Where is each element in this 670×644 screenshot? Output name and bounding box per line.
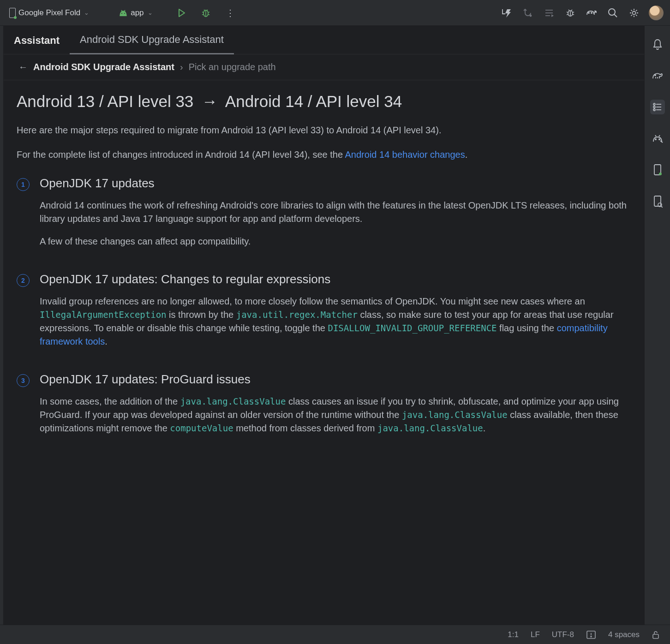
svg-line-7 [208,14,209,15]
select-in-icon[interactable] [543,6,556,19]
more-actions-button[interactable]: ⋮ [223,6,238,20]
intro-block: Here are the major steps required to mig… [17,124,629,161]
app-quality-icon[interactable] [585,6,598,19]
step-paragraph: A few of these changes can affect app co… [40,235,629,248]
step-badge: 1 [17,178,30,191]
arrow-right-icon: → [202,92,218,110]
svg-line-6 [208,12,209,12]
gradle-icon[interactable] [650,68,665,83]
intro-line-2: For the complete list of changes introdu… [17,148,629,161]
breadcrumb-root[interactable]: Android SDK Upgrade Assistant [33,62,174,72]
assistant-panel: Assistant Android SDK Upgrade Assistant … [4,26,644,625]
svg-point-22 [588,12,589,13]
step-badge: 2 [17,274,30,287]
chevron-down-icon: ⌄ [84,9,89,16]
settings-icon[interactable] [628,6,640,19]
svg-point-10 [530,15,532,16]
title-to: Android 14 / API level 34 [225,92,402,110]
step-title: OpenJDK 17 updates [40,176,629,191]
title-from: Android 13 / API level 33 [17,92,193,110]
device-manager-icon[interactable] [650,162,665,177]
svg-line-19 [573,14,574,15]
step-3: 3 OpenJDK 17 updates: ProGuard issues In… [17,372,629,444]
device-name: Google Pixel Fold [18,8,80,18]
left-gutter [0,26,4,625]
status-bar: 1:1 LF UTF-8 4 spaces [0,625,670,644]
svg-point-1 [124,13,125,14]
svg-point-23 [591,12,592,13]
svg-point-37 [659,139,660,140]
lock-icon[interactable] [652,630,660,639]
step-paragraph: Invalid group references are no longer a… [40,295,629,348]
page-title: Android 13 / API level 33 → Android 14 /… [17,92,629,111]
search-icon[interactable] [606,6,619,19]
svg-point-28 [653,103,655,105]
svg-rect-46 [653,634,658,638]
caret-position[interactable]: 1:1 [508,630,519,639]
inspection-icon[interactable] [586,630,596,639]
file-encoding[interactable]: UTF-8 [552,630,574,639]
attach-debugger-icon[interactable] [564,6,577,19]
step-title: OpenJDK 17 updates: Changes to regular e… [40,272,629,286]
svg-point-39 [659,173,662,175]
svg-point-24 [609,9,615,15]
svg-line-21 [571,10,572,11]
structure-icon[interactable] [650,100,665,114]
phone-icon [9,8,16,18]
line-separator[interactable]: LF [531,630,540,639]
module-selector[interactable]: app ⌄ [116,6,155,19]
content-scroll[interactable]: Android 13 / API level 33 → Android 14 /… [4,80,644,625]
android-icon [119,10,128,16]
run-button[interactable] [175,6,189,19]
tab-sdk-upgrade[interactable]: Android SDK Upgrade Assistant [70,34,234,54]
toolbar-left-group: Google Pixel Fold ⌄ app ⌄ ⋮ [6,6,238,20]
breadcrumb-current: Pick an upgrade path [189,62,276,72]
svg-line-9 [207,10,208,11]
device-selector[interactable]: Google Pixel Fold ⌄ [6,6,92,20]
code-token: java.util.regex.Matcher [236,310,358,320]
intro-line-1: Here are the major steps required to mig… [17,124,629,137]
step-1: 1 OpenJDK 17 updates Android 14 continue… [17,176,629,257]
svg-point-36 [655,139,656,140]
code-with-me-icon[interactable] [500,6,513,19]
top-toolbar: Google Pixel Fold ⌄ app ⌄ ⋮ [0,0,670,26]
user-avatar[interactable] [649,6,664,20]
indent-setting[interactable]: 4 spaces [608,630,640,639]
breadcrumb: ← Android SDK Upgrade Assistant › Pick a… [4,54,644,80]
tab-assistant[interactable]: Assistant [4,35,70,54]
debug-button[interactable] [198,6,214,20]
notifications-icon[interactable] [650,37,665,52]
svg-line-35 [659,135,660,137]
svg-point-0 [121,13,122,14]
chevron-down-icon: ⌄ [148,9,153,16]
module-name: app [131,8,144,18]
right-tool-strip [644,26,670,625]
step-paragraph: Android 14 continues the work of refresh… [40,199,629,226]
svg-rect-40 [654,196,661,206]
svg-point-32 [653,109,655,111]
code-token: java.lang.ClassValue [402,410,508,420]
back-arrow-icon[interactable]: ← [18,62,28,72]
svg-line-18 [573,12,574,12]
svg-line-42 [661,206,663,208]
svg-line-20 [568,10,569,11]
svg-point-26 [633,11,636,14]
svg-line-25 [614,14,617,17]
code-token: IllegalArgumentException [40,310,167,320]
svg-point-27 [655,75,656,76]
code-token: java.lang.ClassValue [377,423,483,433]
android-profiler-icon[interactable] [650,131,665,146]
code-token: java.lang.ClassValue [180,396,286,406]
assistant-tabs: Assistant Android SDK Upgrade Assistant [4,26,644,54]
svg-point-30 [653,106,655,108]
sync-icon[interactable] [521,6,534,19]
step-badge: 3 [17,374,30,387]
toolbar-right-group [500,6,664,20]
svg-line-8 [204,10,205,11]
behavior-changes-link[interactable]: Android 14 behavior changes [345,149,465,160]
code-token: DISALLOW_INVALID_GROUP_REFERENCE [328,323,497,333]
device-explorer-icon[interactable] [650,194,665,209]
svg-point-45 [591,636,592,637]
svg-line-5 [202,14,204,15]
svg-line-34 [655,135,656,137]
